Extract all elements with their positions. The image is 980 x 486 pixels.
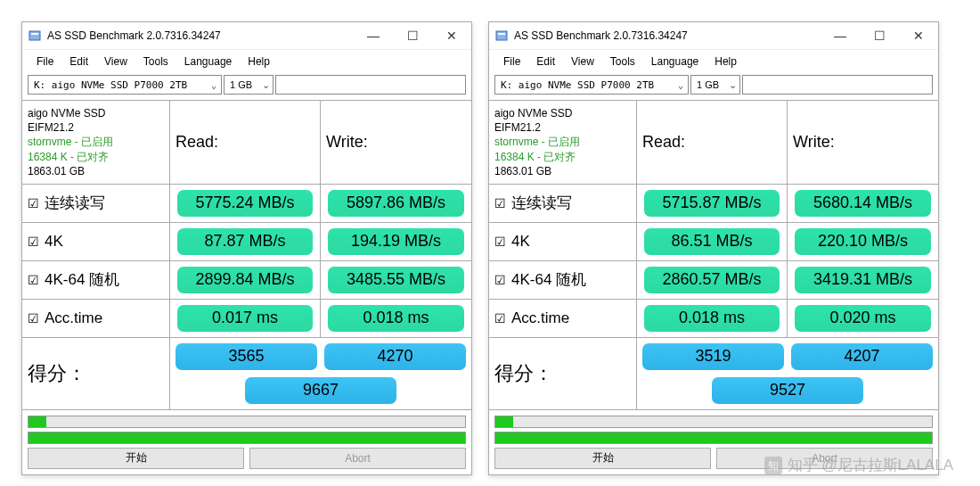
titlebar[interactable]: AS SSD Benchmark 2.0.7316.34247 — ☐ ✕ [489,22,938,50]
drive-select-label: K: aigo NVMe SSD P7000 2TB [29,79,207,91]
menu-edit[interactable]: Edit [62,54,95,70]
acc-write-value: 0.018 ms [328,305,464,332]
score-label: 得分： [489,338,637,409]
drive-select-label: K: aigo NVMe SSD P7000 2TB [495,79,674,91]
drive-align: 16384 K - 已对齐 [494,150,631,164]
menu-help[interactable]: Help [241,54,277,70]
menu-help[interactable]: Help [707,54,744,70]
menu-file[interactable]: File [29,54,61,70]
score-total: 9527 [712,377,863,404]
titlebar[interactable]: AS SSD Benchmark 2.0.7316.34247 — ☐ ✕ [22,22,471,50]
svg-rect-0 [29,31,40,40]
4k-read-value: 87.87 MB/s [177,228,313,255]
checkbox-icon[interactable]: ☑ [28,273,39,287]
seq-read-value: 5715.87 MB/s [644,190,780,217]
minimize-button[interactable]: — [354,22,393,49]
drive-driver: stornvme - 已启用 [494,135,631,149]
menu-edit[interactable]: Edit [529,54,562,70]
checkbox-icon[interactable]: ☑ [494,196,506,210]
chevron-down-icon[interactable]: ⌄ [258,79,273,91]
size-select-label: 1 GB [691,79,725,90]
4k-read-value: 86.51 MB/s [644,228,780,255]
row-4k: ☑4K [22,223,170,261]
menu-tools[interactable]: Tools [136,54,176,70]
row-4k64: ☑4K-64 随机 [489,261,637,300]
menu-view[interactable]: View [97,54,135,70]
row-acc: ☑Acc.time [22,300,170,338]
start-button[interactable]: 开始 [28,448,244,469]
seq-write-value: 5897.86 MB/s [328,190,464,217]
menu-tools[interactable]: Tools [603,54,642,70]
chevron-down-icon[interactable]: ⌄ [674,79,688,91]
score-area: 3565 4270 9667 [170,338,471,409]
size-select[interactable]: 1 GB ⌄ [690,75,740,95]
4k64-write-value: 3419.31 MB/s [795,267,931,293]
maximize-button[interactable]: ☐ [393,22,432,49]
row-4k64: ☑4K-64 随机 [22,261,170,300]
chevron-down-icon[interactable]: ⌄ [207,79,221,91]
seq-read-cell: 5775.24 MB/s [170,185,321,223]
seq-write-value: 5680.14 MB/s [795,190,931,217]
drive-firmware: EIFM21.2 [28,120,164,135]
svg-rect-1 [31,33,38,35]
progress-step [494,416,933,428]
chevron-down-icon[interactable]: ⌄ [725,79,739,91]
drive-name: aigo NVMe SSD [494,106,631,120]
score-area: 3519 4207 9527 [637,338,938,409]
start-button[interactable]: 开始 [494,448,711,469]
checkbox-icon[interactable]: ☑ [494,311,506,325]
score-write: 4270 [324,343,466,370]
row-4k: ☑4K [489,223,637,261]
menu-view[interactable]: View [564,54,601,70]
svg-text:知: 知 [768,459,779,471]
benchmark-window-right: AS SSD Benchmark 2.0.7316.34247 — ☐ ✕ Fi… [488,21,939,475]
header-read: Read: [637,101,788,185]
close-button[interactable]: ✕ [432,22,471,49]
menu-file[interactable]: File [496,54,527,70]
minimize-button[interactable]: — [821,22,860,49]
checkbox-icon[interactable]: ☑ [28,196,39,210]
menubar: File Edit View Tools Language Help [22,50,471,73]
text-field[interactable] [275,75,466,95]
size-select[interactable]: 1 GB ⌄ [224,75,274,95]
close-button[interactable]: ✕ [899,22,938,49]
results-grid: aigo NVMe SSD EIFM21.2 stornvme - 已启用 16… [22,100,471,410]
svg-rect-2 [496,31,507,40]
score-read: 3565 [176,343,317,370]
maximize-button[interactable]: ☐ [860,22,899,49]
score-write: 4207 [791,343,933,370]
checkbox-icon[interactable]: ☑ [28,311,39,325]
progress-total [28,432,466,444]
drive-firmware: EIFM21.2 [494,120,631,135]
drive-name: aigo NVMe SSD [28,106,164,120]
drive-select[interactable]: K: aigo NVMe SSD P7000 2TB ⌄ [494,75,689,95]
benchmark-window-left: AS SSD Benchmark 2.0.7316.34247 — ☐ ✕ Fi… [21,21,472,475]
checkbox-icon[interactable]: ☑ [494,235,506,249]
checkbox-icon[interactable]: ☑ [494,273,506,287]
row-acc: ☑Acc.time [489,300,637,338]
window-title: AS SSD Benchmark 2.0.7316.34247 [514,29,821,42]
4k-write-value: 220.10 MB/s [795,228,931,255]
header-write: Write: [788,101,938,185]
progress-total [494,432,933,444]
seq-read-value: 5775.24 MB/s [177,190,313,217]
menu-language[interactable]: Language [177,54,239,70]
drive-select[interactable]: K: aigo NVMe SSD P7000 2TB ⌄ [28,75,222,95]
menu-language[interactable]: Language [644,54,706,70]
drive-capacity: 1863.01 GB [28,164,164,178]
zhihu-icon: 知 [764,457,782,474]
seq-write-cell: 5897.86 MB/s [321,185,471,223]
svg-rect-3 [498,33,505,35]
row-seq: ☑连续读写 [489,185,637,223]
text-field[interactable] [742,75,933,95]
abort-button: Abort [249,448,466,469]
acc-read-value: 0.017 ms [177,305,313,332]
results-grid: aigo NVMe SSD EIFM21.2 stornvme - 已启用 16… [489,100,938,410]
4k64-write-value: 3485.55 MB/s [328,267,464,293]
score-total: 9667 [245,377,396,404]
drive-info: aigo NVMe SSD EIFM21.2 stornvme - 已启用 16… [22,101,170,185]
window-title: AS SSD Benchmark 2.0.7316.34247 [47,29,354,42]
checkbox-icon[interactable]: ☑ [28,235,39,249]
menubar: File Edit View Tools Language Help [489,50,938,73]
score-read: 3519 [642,343,784,370]
